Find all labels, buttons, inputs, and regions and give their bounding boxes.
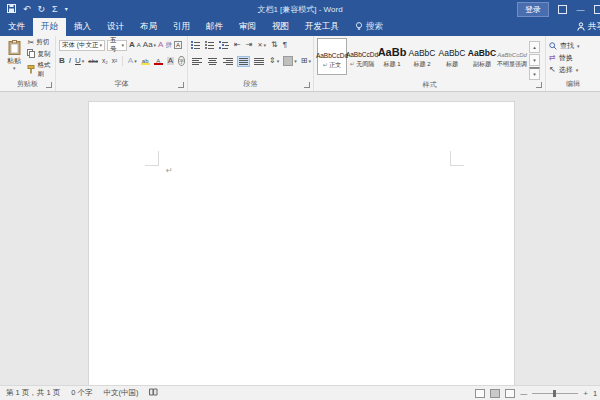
enclose-characters-button[interactable]: 字 xyxy=(178,56,185,66)
bold-button[interactable]: B xyxy=(59,57,65,65)
tab-home[interactable]: 开始 xyxy=(33,18,66,36)
tab-design[interactable]: 设计 xyxy=(99,18,132,36)
tab-mailings[interactable]: 邮件 xyxy=(198,18,231,36)
highlight-color-button[interactable]: ab xyxy=(141,58,150,65)
increase-indent-button[interactable]: ⇥ xyxy=(246,41,253,49)
chevron-down-icon: ▾ xyxy=(121,43,124,48)
search-icon xyxy=(549,42,557,51)
zoom-slider[interactable] xyxy=(532,393,578,394)
sigma-icon[interactable]: Σ xyxy=(52,5,58,14)
superscript-button[interactable]: x² xyxy=(112,58,117,65)
decrease-indent-button[interactable]: ⇤ xyxy=(234,41,241,49)
web-layout-view-icon[interactable] xyxy=(505,389,515,398)
phonetic-guide-button[interactable]: 拼 xyxy=(165,42,172,49)
align-left-button[interactable] xyxy=(191,57,203,66)
shading-button[interactable]: ▾ xyxy=(283,54,297,68)
line-spacing-button[interactable]: ⇕ ▾ xyxy=(269,54,279,68)
change-case-button[interactable]: Aa ▾ xyxy=(143,38,156,52)
share-button[interactable]: 共享 xyxy=(575,18,600,36)
copy-button[interactable]: 复制 xyxy=(27,49,53,59)
style-subtitle[interactable]: AaBbC 副标题 xyxy=(467,38,497,75)
zoom-percentage[interactable]: 1 xyxy=(593,389,598,398)
tab-layout[interactable]: 布局 xyxy=(132,18,165,36)
read-mode-view-icon[interactable] xyxy=(475,389,485,398)
asian-layout-button[interactable]: ✕ ▾ xyxy=(257,38,266,52)
show-hide-marks-button[interactable]: ¶ xyxy=(283,41,287,49)
styles-scroll-down-icon[interactable]: ▾ xyxy=(529,54,540,66)
subscript-button[interactable]: x₂ xyxy=(102,58,108,65)
style-normal[interactable]: AaBbCcDd ↵ 正文 xyxy=(317,38,347,75)
replace-icon: ⇄ xyxy=(549,54,556,62)
font-name-combo[interactable]: 宋体 (中文正 ▾ xyxy=(59,40,105,51)
tab-file[interactable]: 文件 xyxy=(0,18,33,36)
document-area[interactable]: ↵ xyxy=(0,92,600,385)
cursor-icon: ↖ xyxy=(549,66,556,74)
print-layout-view-icon[interactable] xyxy=(490,389,500,398)
character-shading-button[interactable]: A xyxy=(167,57,174,65)
tab-developer[interactable]: 开发工具 xyxy=(297,18,347,36)
replace-button[interactable]: ⇄ 替换 xyxy=(549,53,598,63)
tab-review[interactable]: 审阅 xyxy=(231,18,264,36)
tab-references[interactable]: 引用 xyxy=(165,18,198,36)
style-subtle-emphasis[interactable]: AaBbCcDd 不明显强调 xyxy=(497,38,527,75)
zoom-in-icon[interactable]: + xyxy=(583,389,588,398)
tab-view[interactable]: 视图 xyxy=(264,18,297,36)
underline-button[interactable]: U ▾ xyxy=(75,54,84,68)
justify-button[interactable] xyxy=(238,57,250,66)
proofing-icon[interactable] xyxy=(149,388,158,398)
select-button[interactable]: ↖ 选择 ▾ xyxy=(549,65,598,75)
sign-in-button[interactable]: 登录 xyxy=(517,2,549,17)
undo-icon[interactable]: ↶ xyxy=(23,5,31,14)
styles-more-icon[interactable]: ▾ xyxy=(529,67,540,80)
scissors-icon: ✂ xyxy=(27,39,34,47)
styles-scroll-up-icon[interactable]: ▴ xyxy=(529,41,540,53)
italic-button[interactable]: I xyxy=(69,57,71,65)
font-color-button[interactable]: A xyxy=(154,58,163,65)
style-title[interactable]: AaBbC 标题 xyxy=(437,38,467,75)
cut-button[interactable]: ✂ 剪切 xyxy=(27,38,53,47)
format-painter-button[interactable]: 格式刷 xyxy=(27,61,53,79)
strikethrough-button[interactable]: abc xyxy=(88,58,98,64)
customize-qat-icon[interactable]: ▾ xyxy=(65,6,68,12)
style-heading2[interactable]: AaBbC 标题 2 xyxy=(407,38,437,75)
paste-dropdown-icon: ▾ xyxy=(13,66,16,71)
clear-formatting-button[interactable]: A xyxy=(158,41,163,49)
paragraph-dialog-launcher[interactable] xyxy=(304,82,310,88)
zoom-out-icon[interactable]: — xyxy=(520,390,527,397)
ribbon-display-options-icon[interactable] xyxy=(558,5,567,13)
save-icon[interactable] xyxy=(7,4,16,15)
chevron-down-icon: ▾ xyxy=(99,43,102,48)
shading-swatch xyxy=(283,56,293,66)
sort-button[interactable]: ⇅ xyxy=(271,41,278,49)
word-count[interactable]: 0 个字 xyxy=(71,388,92,398)
styles-dialog-launcher[interactable] xyxy=(536,82,542,88)
style-heading1[interactable]: AaBb 标题 1 xyxy=(377,38,407,75)
grow-font-button[interactable]: A xyxy=(129,41,135,49)
align-right-button[interactable] xyxy=(222,57,234,66)
style-no-spacing[interactable]: AaBbCcDd ↵ 无间隔 xyxy=(347,38,377,75)
tab-insert[interactable]: 插入 xyxy=(66,18,99,36)
redo-icon[interactable]: ↻ xyxy=(38,5,46,14)
numbering-button[interactable] xyxy=(205,41,214,49)
document-page[interactable]: ↵ xyxy=(88,101,515,385)
language-indicator[interactable]: 中文(中国) xyxy=(103,388,138,398)
font-dialog-launcher[interactable] xyxy=(178,82,184,88)
minimize-button[interactable]: — xyxy=(576,5,585,13)
paste-button[interactable]: 粘贴 ▾ xyxy=(3,38,25,79)
borders-button[interactable]: ⊞ ▾ xyxy=(301,54,311,68)
group-label-paragraph: 段落 xyxy=(188,79,313,91)
page-indicator[interactable]: 第 1 页，共 1 页 xyxy=(6,388,60,398)
clipboard-dialog-launcher[interactable] xyxy=(46,82,52,88)
align-center-button[interactable] xyxy=(207,57,219,66)
restore-button[interactable] xyxy=(594,5,600,13)
tell-me-search[interactable]: 搜索 xyxy=(347,18,391,36)
shrink-font-button[interactable]: A xyxy=(137,42,141,48)
font-size-combo[interactable]: 五号 ▾ xyxy=(107,40,127,51)
text-effects-button[interactable]: A ▾ xyxy=(128,54,137,68)
multilevel-list-button[interactable] xyxy=(219,41,229,49)
distribute-button[interactable] xyxy=(253,57,265,66)
zoom-slider-thumb[interactable] xyxy=(553,390,556,397)
character-border-button[interactable]: A xyxy=(174,41,182,49)
bullets-button[interactable] xyxy=(191,41,200,49)
find-button[interactable]: 查找 ▾ xyxy=(549,41,598,51)
